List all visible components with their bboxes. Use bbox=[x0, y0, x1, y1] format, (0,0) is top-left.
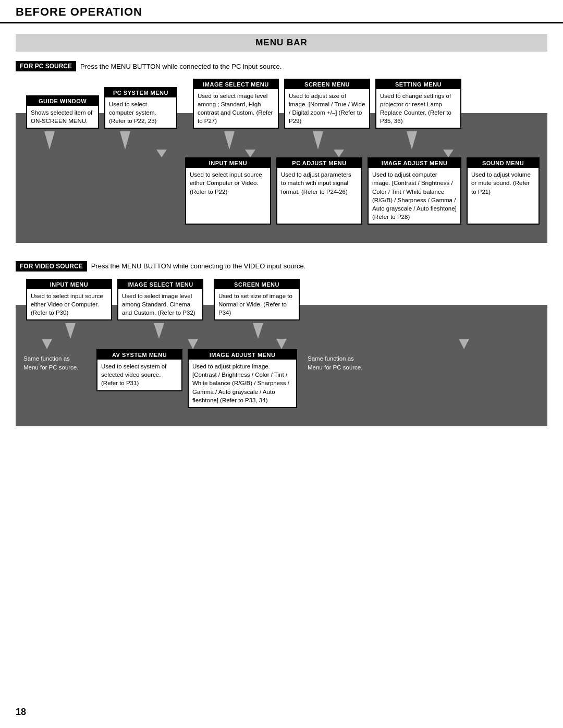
svg-marker-15 bbox=[459, 339, 469, 349]
video-bottom-row: Same function asMenu for PC source. AV S… bbox=[16, 349, 547, 415]
menu-bar-title: MENU BAR bbox=[16, 34, 547, 52]
video-source-row: FOR VIDEO SOURCE Press the MENU BUTTON w… bbox=[16, 261, 547, 272]
svg-marker-12 bbox=[42, 339, 52, 349]
video-top-row: INPUT MENU Used to select input source e… bbox=[16, 279, 547, 320]
svg-marker-14 bbox=[276, 339, 287, 349]
image-select-menu-video-box: IMAGE SELECT MENU Used to select image l… bbox=[117, 279, 203, 320]
image-adjust-menu-video-box: IMAGE ADJUST MENU Used to adjust picture… bbox=[188, 349, 297, 408]
svg-marker-0 bbox=[44, 131, 55, 150]
image-adjust-menu-video-body: Used to adjust picture image. [Contrast … bbox=[189, 360, 296, 406]
screen-menu-pc-title: SCREEN MENU bbox=[285, 80, 369, 89]
pc-arrows-svg bbox=[16, 129, 547, 157]
page-header: BEFORE OPERATION bbox=[0, 0, 563, 23]
guide-window-title: GUIDE WINDOW bbox=[27, 96, 98, 106]
svg-marker-2 bbox=[224, 131, 235, 150]
image-adjust-menu-pc-title: IMAGE ADJUST MENU bbox=[369, 158, 460, 168]
pc-source-description: Press the MENU BUTTON while connected to… bbox=[80, 63, 282, 70]
svg-marker-6 bbox=[245, 150, 255, 157]
svg-marker-8 bbox=[443, 150, 454, 157]
pc-system-menu-box: PC SYSTEM MENU Used to select computer s… bbox=[104, 87, 177, 129]
screen-menu-pc-box: SCREEN MENU Used to adjust size of image… bbox=[284, 79, 370, 129]
setting-menu-title: SETTING MENU bbox=[376, 80, 460, 89]
svg-marker-9 bbox=[65, 323, 76, 339]
pc-bottom-row: INPUT MENU Used to select input source e… bbox=[16, 157, 547, 232]
pc-adjust-menu-title: PC ADJUST MENU bbox=[277, 158, 361, 168]
svg-marker-10 bbox=[154, 323, 164, 339]
av-system-menu-body: Used to select system of selected video … bbox=[97, 360, 181, 390]
video-diagram: INPUT MENU Used to select input source e… bbox=[16, 279, 547, 426]
svg-marker-13 bbox=[188, 339, 198, 349]
svg-marker-11 bbox=[253, 323, 263, 339]
image-select-menu-video-title: IMAGE SELECT MENU bbox=[118, 280, 202, 289]
svg-marker-7 bbox=[334, 150, 344, 157]
main-content: MENU BAR FOR PC SOURCE Press the MENU BU… bbox=[0, 23, 563, 455]
image-adjust-menu-pc-body: Used to adjust computer image. [Contrast… bbox=[369, 168, 460, 224]
image-adjust-menu-video-title: IMAGE ADJUST MENU bbox=[189, 350, 296, 360]
page-number: 18 bbox=[16, 707, 26, 718]
svg-marker-4 bbox=[407, 131, 417, 150]
svg-marker-1 bbox=[120, 131, 130, 150]
sound-menu-pc-body: Used to adjust volume or mute sound. (Re… bbox=[468, 168, 538, 198]
guide-window-box: GUIDE WINDOW Shows selected item of ON-S… bbox=[26, 95, 99, 129]
svg-marker-3 bbox=[313, 131, 323, 150]
image-adjust-menu-pc-box: IMAGE ADJUST MENU Used to adjust compute… bbox=[368, 157, 461, 225]
svg-marker-5 bbox=[156, 150, 167, 157]
screen-menu-video-box: SCREEN MENU Used to set size of image to… bbox=[214, 279, 300, 320]
sound-menu-pc-title: SOUND MENU bbox=[468, 158, 538, 168]
pc-adjust-menu-box: PC ADJUST MENU Used to adjust parameters… bbox=[276, 157, 362, 225]
setting-menu-box: SETTING MENU Used to change settings of … bbox=[375, 79, 461, 129]
screen-menu-video-title: SCREEN MENU bbox=[215, 280, 299, 289]
image-select-menu-pc-box: IMAGE SELECT MENU Used to select image l… bbox=[193, 79, 279, 129]
input-menu-pc-body: Used to select input source either Compu… bbox=[186, 168, 270, 198]
input-menu-video-body: Used to select input source either Video… bbox=[27, 289, 111, 319]
image-select-menu-pc-body: Used to select image level among ; Stand… bbox=[194, 89, 278, 128]
video-top-row-wrapper: INPUT MENU Used to select input source e… bbox=[16, 279, 547, 320]
input-menu-video-box: INPUT MENU Used to select input source e… bbox=[26, 279, 112, 320]
setting-menu-body: Used to change settings of projector or … bbox=[376, 89, 460, 128]
input-menu-video-title: INPUT MENU bbox=[27, 280, 111, 289]
pc-gray-section: INPUT MENU Used to select input source e… bbox=[16, 129, 547, 243]
pc-adjust-menu-body: Used to adjust parameters to match with … bbox=[277, 168, 361, 198]
pc-top-row-wrapper: GUIDE WINDOW Shows selected item of ON-S… bbox=[16, 79, 547, 129]
av-system-menu-box: AV SYSTEM MENU Used to select system of … bbox=[96, 349, 182, 391]
image-select-menu-pc-title: IMAGE SELECT MENU bbox=[194, 80, 278, 89]
pc-source-label: FOR PC SOURCE bbox=[16, 61, 76, 71]
guide-window-body: Shows selected item of ON-SCREEN MENU. bbox=[27, 106, 98, 128]
video-source-description: Press the MENU BUTTON while connecting t… bbox=[91, 262, 306, 270]
pc-diagram: GUIDE WINDOW Shows selected item of ON-S… bbox=[16, 79, 547, 243]
sound-menu-pc-box: SOUND MENU Used to adjust volume or mute… bbox=[467, 157, 540, 225]
screen-menu-video-body: Used to set size of image to Normal or W… bbox=[215, 289, 299, 319]
pc-top-row: GUIDE WINDOW Shows selected item of ON-S… bbox=[16, 79, 547, 129]
video-arrows-svg bbox=[16, 320, 547, 349]
pc-source-row: FOR PC SOURCE Press the MENU BUTTON whil… bbox=[16, 61, 547, 71]
av-system-menu-title: AV SYSTEM MENU bbox=[97, 350, 181, 360]
video-left-side-text: Same function asMenu for PC source. bbox=[23, 349, 91, 373]
video-source-label: FOR VIDEO SOURCE bbox=[16, 261, 87, 272]
pc-system-menu-body: Used to select computer system. (Refer t… bbox=[105, 97, 176, 128]
video-right-side-text: Same function asMenu for PC source. bbox=[308, 349, 375, 373]
image-select-menu-video-body: Used to select image level among Standar… bbox=[118, 289, 202, 319]
screen-menu-pc-body: Used to adjust size of image. [Normal / … bbox=[285, 89, 369, 128]
input-menu-pc-title: INPUT MENU bbox=[186, 158, 270, 168]
input-menu-pc-box: INPUT MENU Used to select input source e… bbox=[185, 157, 271, 225]
video-gray-section: Same function asMenu for PC source. AV S… bbox=[16, 320, 547, 426]
pc-system-menu-title: PC SYSTEM MENU bbox=[105, 88, 176, 97]
page-title: BEFORE OPERATION bbox=[16, 5, 547, 19]
